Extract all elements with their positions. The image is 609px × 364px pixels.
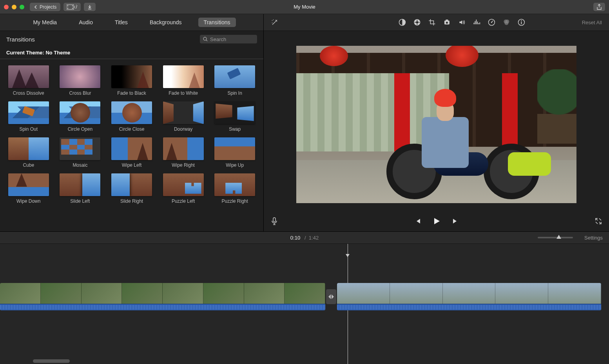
minimize-window-button[interactable] (12, 5, 16, 9)
time-readout: 0:10 / 1:42 (290, 235, 319, 241)
transition-item[interactable]: Fade to White (161, 65, 206, 96)
import-download-button[interactable] (84, 3, 96, 11)
transition-label: Fade to Black (117, 90, 146, 96)
transition-icon (328, 294, 334, 299)
filters-icon[interactable] (503, 19, 510, 26)
transition-item[interactable]: Circle Open (58, 101, 103, 132)
download-arrow-icon (87, 4, 92, 10)
transition-thumbnail (163, 101, 204, 124)
transition-thumbnail (111, 137, 152, 160)
close-window-button[interactable] (4, 5, 9, 9)
voiceover-button[interactable] (271, 217, 278, 225)
info-icon[interactable] (518, 19, 525, 26)
transition-thumbnail (163, 65, 204, 88)
svg-rect-0 (67, 5, 74, 9)
stabilization-icon[interactable] (443, 19, 450, 26)
audio-waveform (0, 304, 325, 310)
transition-item[interactable]: Wipe Down (6, 173, 51, 204)
reset-all-button[interactable]: Reset All (582, 20, 602, 25)
search-icon (203, 37, 208, 41)
svg-rect-3 (72, 5, 73, 6)
share-icon (596, 4, 602, 10)
play-button[interactable] (432, 217, 441, 225)
back-to-projects-button[interactable]: Projects (30, 3, 60, 11)
transition-label: Spin In (228, 90, 242, 96)
transition-item[interactable]: Puzzle Right (212, 173, 257, 204)
transition-item[interactable]: Cross Blur (58, 65, 103, 96)
horizontal-scrollbar[interactable] (33, 359, 70, 363)
transition-marker[interactable] (326, 289, 336, 304)
search-input[interactable]: Search (200, 35, 257, 43)
svg-point-11 (419, 22, 420, 23)
transition-label: Cross Dissolve (13, 90, 44, 96)
tab-my-media[interactable]: My Media (27, 18, 62, 27)
timeline-clip[interactable] (0, 283, 325, 310)
volume-icon[interactable] (458, 19, 465, 26)
media-import-button[interactable]: ♪ (63, 3, 81, 11)
transition-thumbnail (214, 65, 255, 88)
transition-item[interactable]: Spin Out (6, 101, 51, 132)
transition-label: Mosaic (72, 162, 87, 168)
current-theme-label: Current Theme: No Theme (0, 47, 263, 59)
back-label: Projects (40, 4, 56, 10)
transition-thumbnail (111, 101, 152, 124)
crop-icon[interactable] (428, 19, 435, 26)
svg-point-13 (415, 22, 416, 23)
tab-backgrounds[interactable]: Backgrounds (144, 18, 187, 27)
timeline[interactable] (0, 244, 609, 364)
timeline-header: 0:10 / 1:42 Settings (0, 231, 609, 244)
transition-item[interactable]: Wipe Right (161, 137, 206, 168)
next-frame-button[interactable] (452, 218, 459, 225)
transition-label: Fade to White (169, 90, 198, 96)
tab-transitions[interactable]: Transitions (198, 18, 236, 27)
transition-thumbnail (8, 137, 49, 160)
total-time: 1:42 (309, 235, 319, 241)
transition-item[interactable]: Cross Dissolve (6, 65, 51, 96)
transition-item[interactable]: Doorway (161, 101, 206, 132)
zoom-window-button[interactable] (20, 5, 24, 9)
chevron-left-icon (34, 5, 38, 9)
transition-item[interactable]: Circle Close (109, 101, 154, 132)
svg-text:♪: ♪ (75, 5, 77, 9)
inspector-toolbar: Reset All (264, 14, 609, 31)
svg-point-21 (504, 21, 508, 25)
transition-thumbnail (111, 65, 152, 88)
transition-item[interactable]: Mosaic (58, 137, 103, 168)
transition-thumbnail (60, 137, 100, 160)
fullscreen-button[interactable] (595, 218, 602, 225)
speed-icon[interactable] (488, 19, 495, 26)
transition-thumbnail (214, 137, 255, 160)
transition-item[interactable]: Wipe Up (212, 137, 257, 168)
svg-rect-24 (521, 22, 522, 24)
previous-frame-button[interactable] (414, 218, 421, 225)
tab-audio[interactable]: Audio (73, 18, 98, 27)
preview-viewer[interactable] (264, 31, 609, 211)
transition-label: Cross Blur (69, 90, 91, 96)
svg-point-18 (491, 22, 492, 23)
transition-item[interactable]: Fade to Black (109, 65, 154, 96)
share-button[interactable] (593, 3, 605, 11)
timeline-clip[interactable] (337, 283, 601, 310)
enhance-wand-icon[interactable] (271, 18, 279, 26)
transition-label: Puzzle Left (172, 198, 195, 204)
transition-item[interactable]: Cube (6, 137, 51, 168)
transition-thumbnail (214, 173, 255, 196)
transition-item[interactable]: Puzzle Left (161, 173, 206, 204)
transition-item[interactable]: Slide Left (58, 173, 103, 204)
color-balance-icon[interactable] (399, 19, 406, 26)
transition-thumbnail (111, 173, 152, 196)
tab-titles[interactable]: Titles (109, 18, 133, 27)
noise-reduction-icon[interactable] (473, 19, 480, 26)
timeline-settings-button[interactable]: Settings (584, 235, 603, 241)
zoom-slider[interactable] (538, 237, 573, 238)
color-correction-icon[interactable] (413, 19, 420, 26)
transition-item[interactable]: Swap (212, 101, 257, 132)
transition-thumbnail (8, 101, 49, 124)
transition-item[interactable]: Wipe Left (109, 137, 154, 168)
transition-label: Puzzle Right (222, 198, 248, 204)
transition-thumbnail (163, 137, 204, 160)
transition-item[interactable]: Spin In (212, 65, 257, 96)
filmstrip-icon: ♪ (67, 4, 78, 10)
svg-point-9 (416, 21, 418, 23)
transition-item[interactable]: Slide Right (109, 173, 154, 204)
